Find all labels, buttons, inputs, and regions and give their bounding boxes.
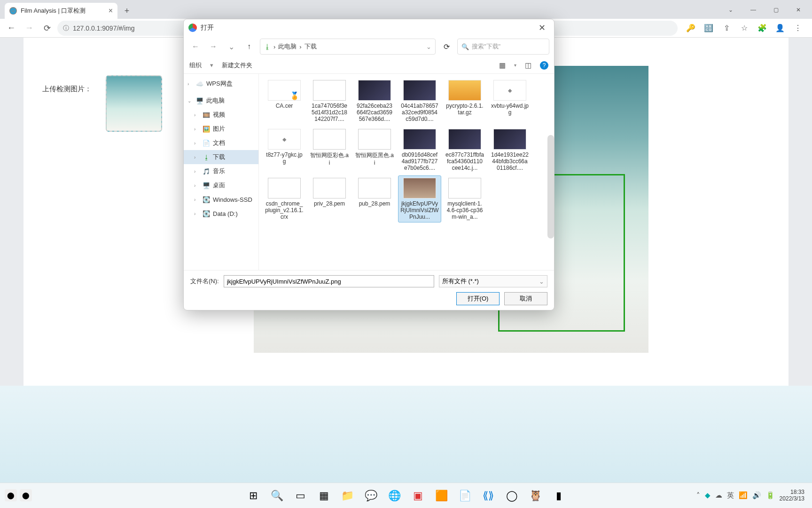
- dialog-back-button[interactable]: ←: [188, 40, 203, 54]
- extensions-icon[interactable]: 🧩: [756, 22, 769, 35]
- translate-icon[interactable]: 🔠: [702, 22, 715, 35]
- nav-forward-button[interactable]: →: [22, 21, 37, 36]
- new-folder-button[interactable]: 新建文件夹: [222, 61, 252, 70]
- window-minimize-icon[interactable]: —: [742, 3, 764, 17]
- globe-icon: 🌐: [9, 7, 17, 15]
- file-item[interactable]: ec877c731ffbfafca54360d110cee14c.j...: [443, 127, 486, 174]
- word-icon[interactable]: 📄: [455, 486, 475, 506]
- file-item[interactable]: db0916d48cef4ad9177fb727e7b0e5c6....: [398, 127, 441, 174]
- tree-downloads[interactable]: ›⭳下载: [184, 150, 258, 164]
- path-seg-pc[interactable]: 此电脑: [278, 42, 297, 51]
- dialog-path-bar[interactable]: ⭳ › 此电脑 › 下载 ⌄: [260, 39, 436, 55]
- tray-volume-icon[interactable]: 🔊: [752, 491, 761, 500]
- bookmark-icon[interactable]: ☆: [738, 22, 751, 35]
- menu-icon[interactable]: ⋮: [791, 22, 804, 35]
- view-grid-icon[interactable]: ▦: [499, 61, 506, 70]
- chrome-icon: [188, 24, 197, 32]
- file-item[interactable]: 1ca747056f3e5d14f31d2c18142207f7....: [308, 78, 351, 125]
- app-icon-red[interactable]: ▣: [408, 486, 428, 506]
- search-button[interactable]: 🔍: [267, 486, 287, 506]
- upload-dropzone[interactable]: [106, 75, 162, 132]
- dialog-recent-button[interactable]: ⌄: [224, 40, 238, 54]
- file-item[interactable]: ◆t8z77-y7gkc.jpg: [263, 127, 306, 174]
- file-item[interactable]: csdn_chrome_plugin_v2.16.1.crx: [263, 175, 306, 222]
- chrome-taskbar-icon[interactable]: 🌐: [384, 486, 404, 506]
- cancel-button[interactable]: 取消: [504, 292, 547, 305]
- taskbar: ⬤ ⬤ ⊞ 🔍 ▭ ▦ 📁 💬 🌐 ▣ 🟧 📄 ⟪⟫ ◯ 🦉 ▮ ˄ ◆ ☁ 英…: [0, 483, 812, 508]
- tree-documents[interactable]: ›📄文档: [184, 136, 258, 150]
- window-close-icon[interactable]: ✕: [788, 3, 809, 17]
- folder-tree: ›☁️WPS网盘 ⌄🖥️此电脑 ›🎞️视频 ›🖼️图片 ›📄文档 ›⭳下载 ›🎵…: [184, 74, 259, 270]
- file-item[interactable]: mysqlclient-1.4.6-cp36-cp36m-win_a...: [443, 175, 486, 222]
- help-icon[interactable]: ?: [540, 61, 548, 70]
- filename-input[interactable]: [224, 275, 434, 287]
- tray-badge-1[interactable]: ⬤: [5, 489, 17, 501]
- start-button[interactable]: ⊞: [243, 486, 263, 506]
- tree-wps[interactable]: ›☁️WPS网盘: [184, 77, 258, 91]
- browser-tab[interactable]: 🌐 Film Analysis | 口罩检测 ×: [5, 3, 117, 19]
- file-item[interactable]: 04c41ab78657a32ced9f0854c59d7d0....: [398, 78, 441, 125]
- site-info-icon[interactable]: ⓘ: [63, 24, 69, 32]
- app-icon-grid[interactable]: 🟧: [431, 486, 451, 506]
- file-item[interactable]: pub_28.pem: [353, 175, 396, 222]
- tab-close-icon[interactable]: ×: [109, 7, 113, 15]
- system-clock[interactable]: 18:33 2022/3/13: [780, 489, 804, 502]
- dialog-search-input[interactable]: 🔍 搜索"下载": [457, 39, 549, 55]
- tray-badge-2[interactable]: ⬤: [20, 489, 32, 501]
- dialog-title: 打开: [201, 24, 214, 32]
- download-folder-icon: ⭳: [264, 43, 271, 50]
- tray-wifi-icon[interactable]: 📶: [739, 491, 748, 500]
- task-view-button[interactable]: ▭: [290, 486, 310, 506]
- dialog-close-button[interactable]: ✕: [535, 21, 549, 35]
- open-button[interactable]: 打开(O): [456, 292, 500, 305]
- dialog-refresh-button[interactable]: ⟳: [439, 40, 453, 54]
- profile-icon[interactable]: 👤: [773, 22, 787, 35]
- organize-menu[interactable]: 组织: [189, 61, 202, 70]
- file-item[interactable]: 智恒网臣黑色.ai: [353, 127, 396, 174]
- tree-ssd[interactable]: ›💽Windows-SSD: [184, 192, 258, 206]
- file-item-selected[interactable]: jkjgkEfvpUPVyRjUImniVslZfWPnJuu...: [398, 175, 441, 222]
- window-dropdown-icon[interactable]: ⌄: [720, 3, 742, 17]
- path-dropdown-icon[interactable]: ⌄: [426, 43, 431, 50]
- nav-reload-button[interactable]: ⟳: [39, 21, 55, 36]
- dialog-up-button[interactable]: ↑: [242, 40, 256, 54]
- tree-desktop[interactable]: ›🖥️桌面: [184, 178, 258, 192]
- upload-thumbnail: [107, 76, 161, 131]
- window-maximize-icon[interactable]: ▢: [765, 3, 787, 17]
- tray-ime-icon[interactable]: 英: [727, 491, 734, 500]
- vscode-icon[interactable]: ⟪⟫: [478, 486, 498, 506]
- widgets-button[interactable]: ▦: [314, 486, 334, 506]
- tray-onedrive-icon[interactable]: ☁: [715, 491, 722, 500]
- file-item[interactable]: priv_28.pem: [308, 175, 351, 222]
- tree-this-pc[interactable]: ⌄🖥️此电脑: [184, 94, 258, 108]
- nav-back-button[interactable]: ←: [4, 21, 19, 36]
- key-icon[interactable]: 🔑: [684, 22, 697, 35]
- path-seg-downloads[interactable]: 下载: [304, 42, 317, 51]
- terminal-icon[interactable]: ▮: [549, 486, 569, 506]
- explorer-icon[interactable]: 📁: [337, 486, 357, 506]
- dialog-forward-button[interactable]: →: [206, 40, 220, 54]
- tree-music[interactable]: ›🎵音乐: [184, 164, 258, 178]
- tray-overflow-icon[interactable]: ˄: [696, 491, 700, 500]
- share-icon[interactable]: ⇪: [720, 22, 733, 35]
- app-icon-circle[interactable]: ◯: [502, 486, 522, 506]
- view-pane-icon[interactable]: ◫: [525, 61, 531, 70]
- tree-videos[interactable]: ›🎞️视频: [184, 108, 258, 122]
- file-type-filter[interactable]: 所有文件 (*.*)⌄: [439, 275, 547, 287]
- file-open-dialog: 打开 ✕ ← → ⌄ ↑ ⭳ › 此电脑 › 下载 ⌄ ⟳ 🔍 搜索"下载" 组…: [183, 19, 554, 310]
- wechat-icon[interactable]: 💬: [361, 486, 381, 506]
- file-item[interactable]: 1d4e1931ee2244bfdb3cc66a01186cf....: [488, 127, 531, 174]
- file-item[interactable]: 智恒网臣彩色.ai: [308, 127, 351, 174]
- tree-pictures[interactable]: ›🖼️图片: [184, 122, 258, 136]
- file-item[interactable]: pycrypto-2.6.1.tar.gz: [443, 78, 486, 125]
- app-icon-owl[interactable]: 🦉: [525, 486, 545, 506]
- file-list-scrollbar[interactable]: [547, 135, 554, 238]
- tray-battery-icon[interactable]: 🔋: [766, 491, 775, 500]
- new-tab-button[interactable]: +: [120, 4, 133, 17]
- file-item[interactable]: CA.cer: [263, 78, 306, 125]
- file-item[interactable]: ◆xvbtu-y64wd.jpg: [488, 78, 531, 125]
- tab-title: Film Analysis | 口罩检测: [21, 7, 86, 15]
- tray-app-icon[interactable]: ◆: [705, 491, 710, 500]
- file-item[interactable]: 92fa26ceba23664f2cad3659567e366d....: [353, 78, 396, 125]
- tree-data-d[interactable]: ›💽Data (D:): [184, 206, 258, 221]
